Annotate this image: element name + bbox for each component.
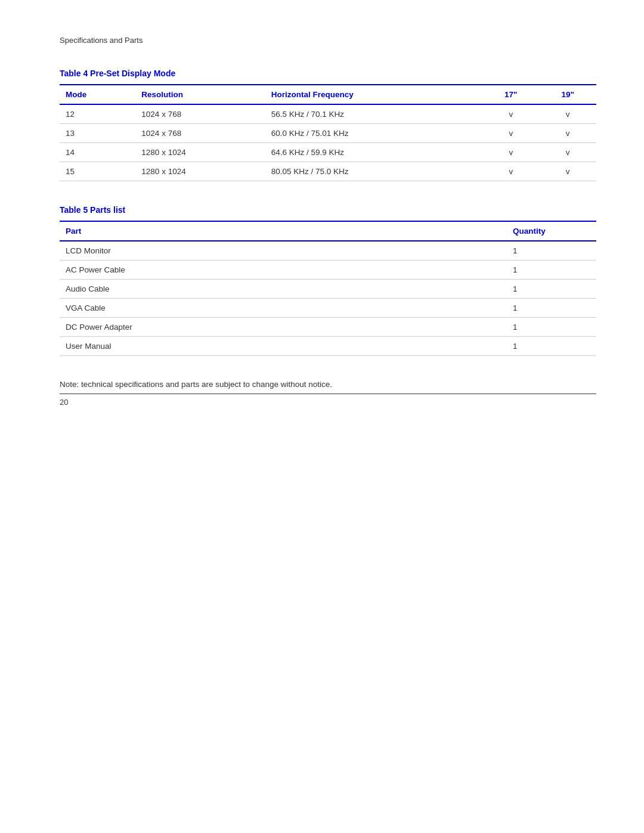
table4-col-freq: Horizontal Frequency	[265, 85, 482, 104]
table-row: 121024 x 76856.5 KHz / 70.1 KHzvv	[60, 104, 596, 124]
table4-col-resolution: Resolution	[135, 85, 265, 104]
table-cell: v	[482, 104, 539, 124]
table5-col-quantity: Quantity	[507, 221, 596, 241]
table-cell: 1280 x 1024	[135, 162, 265, 181]
table4-col-mode: Mode	[60, 85, 135, 104]
table-row: Audio Cable1	[60, 280, 596, 299]
table-row: VGA Cable1	[60, 299, 596, 318]
page-footer: 20	[60, 394, 596, 407]
note-content: Note: technical specifications and parts…	[60, 380, 332, 389]
table4-col-19: 19"	[539, 85, 596, 104]
table5-section: Table 5 Parts list Part Quantity LCD Mon…	[60, 205, 596, 356]
page-container: Specifications and Parts Table 4 Pre-Set…	[0, 0, 644, 425]
table5-title-text: Table 5 Parts list	[60, 205, 125, 215]
table-cell: VGA Cable	[60, 299, 507, 318]
table4-title: Table 4 Pre-Set Display Mode	[60, 69, 596, 78]
table-cell: v	[482, 143, 539, 162]
table5: Part Quantity LCD Monitor1AC Power Cable…	[60, 221, 596, 356]
table-row: 131024 x 76860.0 KHz / 75.01 KHzvv	[60, 124, 596, 143]
page-number: 20	[60, 398, 68, 407]
table5-title: Table 5 Parts list	[60, 205, 596, 215]
header-text: Specifications and Parts	[60, 36, 143, 45]
table-cell: 1	[507, 280, 596, 299]
table4-title-text: Table 4 Pre-Set Display Mode	[60, 69, 175, 78]
table-row: 141280 x 102464.6 KHz / 59.9 KHzvv	[60, 143, 596, 162]
table-row: 151280 x 102480.05 KHz / 75.0 KHzvv	[60, 162, 596, 181]
table-cell: 1	[507, 241, 596, 261]
table-cell: AC Power Cable	[60, 261, 507, 280]
note-text: Note: technical specifications and parts…	[60, 380, 596, 389]
table-cell: v	[482, 162, 539, 181]
table-cell: 80.05 KHz / 75.0 KHz	[265, 162, 482, 181]
table-cell: v	[539, 124, 596, 143]
table-cell: 1024 x 768	[135, 104, 265, 124]
table4-body: 121024 x 76856.5 KHz / 70.1 KHzvv131024 …	[60, 104, 596, 181]
table-cell: v	[539, 162, 596, 181]
table5-body: LCD Monitor1AC Power Cable1Audio Cable1V…	[60, 241, 596, 356]
table-cell: v	[539, 104, 596, 124]
table-cell: 1	[507, 299, 596, 318]
table-cell: User Manual	[60, 337, 507, 356]
table-cell: 1280 x 1024	[135, 143, 265, 162]
table-cell: 1	[507, 261, 596, 280]
table-cell: 15	[60, 162, 135, 181]
table5-header-row: Part Quantity	[60, 221, 596, 241]
table-cell: 56.5 KHz / 70.1 KHz	[265, 104, 482, 124]
table-cell: 13	[60, 124, 135, 143]
table-cell: 1	[507, 318, 596, 337]
table4-header-row: Mode Resolution Horizontal Frequency 17"…	[60, 85, 596, 104]
table-row: LCD Monitor1	[60, 241, 596, 261]
table-cell: DC Power Adapter	[60, 318, 507, 337]
page-header: Specifications and Parts	[60, 36, 596, 45]
table-cell: LCD Monitor	[60, 241, 507, 261]
table-cell: v	[482, 124, 539, 143]
table-cell: Audio Cable	[60, 280, 507, 299]
table4: Mode Resolution Horizontal Frequency 17"…	[60, 84, 596, 181]
table-cell: 1024 x 768	[135, 124, 265, 143]
table-row: DC Power Adapter1	[60, 318, 596, 337]
table-cell: v	[539, 143, 596, 162]
table-row: AC Power Cable1	[60, 261, 596, 280]
table5-col-part: Part	[60, 221, 507, 241]
table-row: User Manual1	[60, 337, 596, 356]
table-cell: 14	[60, 143, 135, 162]
table4-section: Table 4 Pre-Set Display Mode Mode Resolu…	[60, 69, 596, 181]
table-cell: 60.0 KHz / 75.01 KHz	[265, 124, 482, 143]
table-cell: 1	[507, 337, 596, 356]
table-cell: 64.6 KHz / 59.9 KHz	[265, 143, 482, 162]
table4-col-17: 17"	[482, 85, 539, 104]
table-cell: 12	[60, 104, 135, 124]
